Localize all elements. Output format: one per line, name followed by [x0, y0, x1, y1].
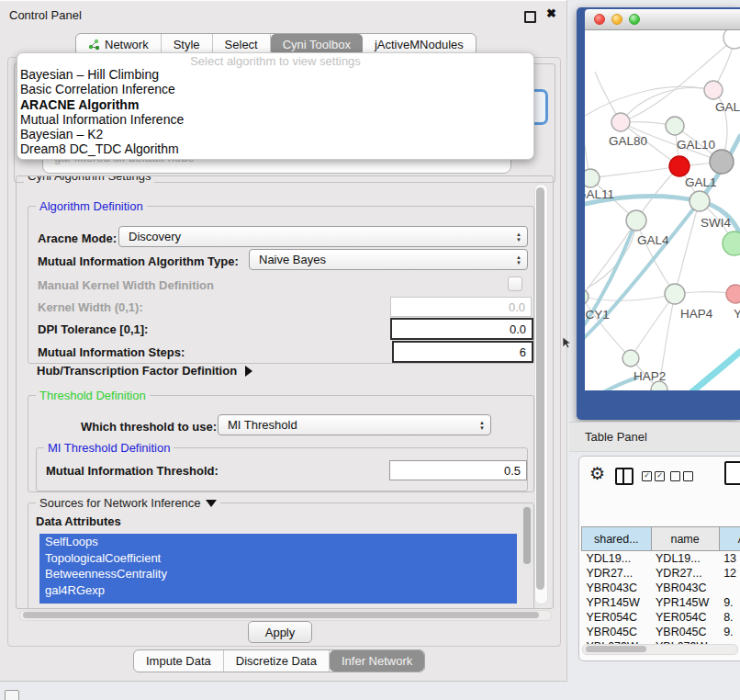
- table-cell: 12: [719, 566, 740, 581]
- dpi-tolerance-label: DPI Tolerance [0,1]:: [38, 322, 148, 336]
- network-window-titlebar[interactable]: [585, 9, 740, 30]
- deselect-all-icon[interactable]: [670, 471, 693, 481]
- zoom-light-icon[interactable]: [629, 14, 640, 25]
- attributes-scrollbar[interactable]: [522, 505, 532, 570]
- sources-title-text: Sources for Network Inference: [39, 496, 201, 510]
- mi-type-combo[interactable]: Naive Bayes ▲▼: [249, 249, 528, 270]
- data-attributes-list[interactable]: SelfLoopsTopologicalCoefficientBetweenne…: [39, 534, 517, 604]
- node-attribute-table[interactable]: shared...nameA YDL19...YDL19...13YDR27..…: [581, 526, 740, 644]
- network-node-label: GCY1: [585, 308, 610, 322]
- attribute-list-item[interactable]: SelfLoops: [39, 534, 517, 550]
- tab-label: Style: [174, 38, 200, 51]
- table-cell: YBR043C: [651, 581, 719, 595]
- mi-threshold-field[interactable]: 0.5: [389, 460, 527, 480]
- scrollbar-thumb[interactable]: [586, 646, 646, 652]
- attribute-list-item[interactable]: gal4RGexp: [39, 582, 517, 599]
- tab-label: Discretize Data: [236, 654, 317, 668]
- table-cell: YER054C: [582, 610, 652, 625]
- table-row[interactable]: YDL19...YDL19...13: [582, 551, 740, 567]
- tab-infer-network[interactable]: Infer Network: [330, 650, 424, 672]
- network-node-gal[interactable]: [704, 81, 723, 99]
- collapsed-panel-icon[interactable]: [5, 690, 19, 700]
- minimize-light-icon[interactable]: [611, 14, 622, 25]
- scrollbar-thumb[interactable]: [523, 507, 531, 564]
- table-cell: YBR045C: [651, 625, 719, 639]
- aracne-mode-label: Aracne Mode:: [38, 231, 117, 245]
- column-header-2[interactable]: name: [651, 527, 719, 551]
- dpi-tolerance-field[interactable]: 0.0: [390, 318, 533, 340]
- apply-button[interactable]: Apply: [248, 621, 312, 643]
- network-node-gal10[interactable]: [666, 117, 684, 135]
- network-node-hap2[interactable]: [622, 350, 639, 367]
- table-row[interactable]: YBR043CYBR043C: [582, 581, 740, 595]
- mi-steps-label: Mutual Information Steps:: [38, 345, 185, 359]
- close-light-icon[interactable]: [594, 14, 605, 25]
- network-node-y[interactable]: [726, 285, 740, 303]
- threshold-definition-group: Threshold Definition Which threshold to …: [28, 395, 534, 492]
- hub-definition-label: Hub/Transcription Factor Definition: [37, 364, 237, 378]
- network-node-gal80[interactable]: [611, 113, 630, 131]
- hub-definition-row[interactable]: Hub/Transcription Factor Definition: [37, 364, 252, 378]
- expand-right-arrow-icon[interactable]: [245, 366, 252, 377]
- table-row[interactable]: YPR145WYPR145W9.: [582, 595, 740, 610]
- network-node-swi4[interactable]: [690, 191, 710, 211]
- table-cell: 8.: [719, 610, 740, 625]
- manual-kernel-checkbox[interactable]: [508, 277, 522, 291]
- column-header-3[interactable]: A: [719, 527, 740, 551]
- settings-vertical-scrollbar[interactable]: [534, 184, 548, 604]
- table-cell: 9.: [719, 595, 740, 610]
- popup-item[interactable]: Dream8 DC_TDC Algorithm: [20, 141, 531, 156]
- table-row[interactable]: YER054CYER054C8.: [582, 610, 740, 625]
- gear-icon[interactable]: ⚙: [589, 463, 605, 484]
- which-threshold-combo[interactable]: MI Threshold ▲▼: [218, 414, 491, 435]
- table-cell: YDL19...: [651, 551, 719, 567]
- attribute-list-item[interactable]: BetweennessCentrality: [39, 566, 517, 582]
- sources-group: Sources for Network Inference Data Attri…: [28, 502, 534, 609]
- network-canvas[interactable]: GALGAL80GAL10GAL1GAL11SWI4GAL4GCY1HAP4YH…: [585, 30, 740, 390]
- popup-item[interactable]: Bayesian – K2: [20, 127, 531, 141]
- network-node-gal11[interactable]: [585, 169, 600, 187]
- float-window-icon[interactable]: [524, 11, 536, 23]
- attribute-list-item[interactable]: TopologicalCoefficient: [39, 550, 517, 567]
- cyni-bottom-tabstrip: Impute DataDiscretize DataInfer Network: [133, 649, 425, 672]
- network-node[interactable]: [723, 231, 740, 255]
- scrollbar-thumb[interactable]: [23, 612, 539, 618]
- manual-kernel-label: Manual Kernel Width Definition: [38, 278, 214, 292]
- table-scroll-area: shared...nameA YDL19...YDL19...13YDR27..…: [579, 491, 740, 644]
- network-node-label: HAP4: [680, 307, 713, 321]
- select-all-icon[interactable]: ✓ ✓: [642, 471, 665, 481]
- network-view-window[interactable]: GALGAL80GAL10GAL1GAL11SWI4GAL4GCY1HAP4YH…: [577, 7, 740, 420]
- network-node-label: HAP2: [633, 369, 666, 383]
- tab-label: Cyni Toolbox: [283, 38, 351, 51]
- split-columns-icon[interactable]: [615, 468, 633, 485]
- popup-item[interactable]: ARACNE Algorithm: [20, 97, 531, 112]
- network-node-hap4[interactable]: [665, 284, 685, 304]
- popup-item[interactable]: Basic Correlation Inference: [20, 82, 531, 96]
- network-node[interactable]: [710, 150, 734, 174]
- tab-discretize-data[interactable]: Discretize Data: [224, 650, 330, 672]
- kernel-width-field[interactable]: 0.0: [390, 297, 532, 317]
- column-header-1[interactable]: shared...: [582, 527, 652, 551]
- mouse-cursor: [563, 337, 573, 349]
- network-node-gal4[interactable]: [626, 210, 646, 231]
- checked-box-icon: ✓: [655, 471, 665, 481]
- document-icon[interactable]: [724, 461, 740, 485]
- aracne-mode-combo[interactable]: Discovery ▲▼: [118, 226, 528, 247]
- network-edge-highlighted: [685, 352, 740, 390]
- table-row[interactable]: YDR27...YDR27...12: [582, 566, 740, 581]
- network-node-gcy1[interactable]: [585, 289, 589, 304]
- settings-horizontal-scrollbar[interactable]: [19, 610, 552, 621]
- close-icon[interactable]: ✖: [546, 6, 556, 20]
- collapse-down-arrow-icon[interactable]: [206, 500, 217, 507]
- mi-steps-field[interactable]: 6: [392, 341, 533, 363]
- scrollbar-thumb[interactable]: [536, 187, 544, 590]
- network-node-label: GAL80: [609, 134, 647, 148]
- network-node-gal1[interactable]: [669, 156, 690, 176]
- control-panel-window: Control Panel ✖ NetworkStyleSelectCyni T…: [0, 0, 567, 682]
- table-horizontal-scrollbar[interactable]: [582, 644, 738, 655]
- popup-item[interactable]: Mutual Information Inference: [20, 112, 531, 127]
- tab-impute-data[interactable]: Impute Data: [134, 650, 224, 672]
- kernel-width-label: Kernel Width (0,1):: [38, 300, 143, 314]
- popup-item[interactable]: Bayesian – Hill Climbing: [20, 67, 531, 82]
- table-row[interactable]: YBR045CYBR045C9.: [582, 625, 740, 639]
